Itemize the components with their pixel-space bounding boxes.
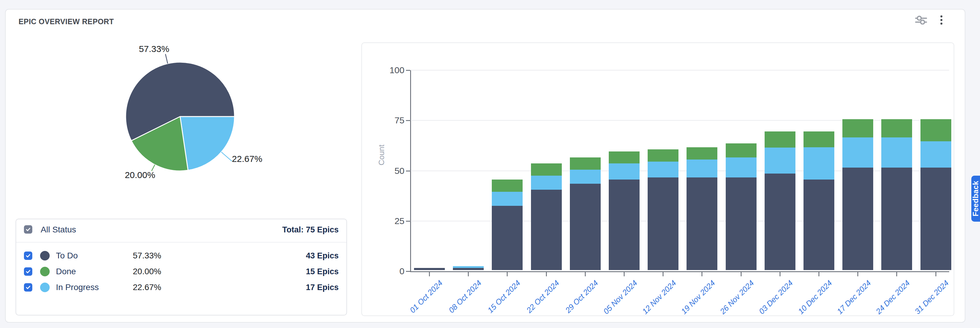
bar-segment-in-progress[interactable] xyxy=(803,147,834,179)
x-axis-date-label: 19 Nov 2024 xyxy=(679,279,717,316)
bar-column-24-dec-2024[interactable] xyxy=(881,119,912,270)
bar-segment-in-progress[interactable] xyxy=(453,266,484,268)
bar-segment-to-do[interactable] xyxy=(803,179,834,270)
total-epics-label: Total: 75 Epics xyxy=(282,219,339,240)
pie-slice-in-progress[interactable] xyxy=(180,117,234,170)
bar-segment-done[interactable] xyxy=(570,157,601,170)
bar-segment-done[interactable] xyxy=(531,163,562,175)
x-axis-date-label: 05 Nov 2024 xyxy=(601,279,639,316)
more-menu-kebab-icon[interactable] xyxy=(940,15,943,25)
bar-column-03-dec-2024[interactable] xyxy=(765,132,795,270)
legend-row-checkbox[interactable] xyxy=(24,252,32,260)
bar-segment-in-progress[interactable] xyxy=(492,192,523,206)
bar-column-22-oct-2024[interactable] xyxy=(531,163,562,270)
y-axis-title: Count xyxy=(377,144,386,165)
bar-segment-in-progress[interactable] xyxy=(842,138,873,168)
x-axis-date-label: 10 Dec 2024 xyxy=(796,279,834,316)
y-axis-tick-label: 75 xyxy=(365,115,404,125)
legend-row-done[interactable]: Done20.00%15 Epics xyxy=(16,263,347,280)
bar-column-15-oct-2024[interactable] xyxy=(492,179,523,270)
status-color-dot xyxy=(40,283,50,292)
x-axis-date-label: 03 Dec 2024 xyxy=(757,279,795,316)
bar-segment-to-do[interactable] xyxy=(881,168,912,270)
bar-segment-to-do[interactable] xyxy=(531,190,562,270)
bar-segment-done[interactable] xyxy=(921,119,951,141)
legend-row-count: 17 Epics xyxy=(306,279,339,296)
bar-segment-in-progress[interactable] xyxy=(609,163,640,179)
bar-column-19-nov-2024[interactable] xyxy=(687,147,718,270)
bar-column-26-nov-2024[interactable] xyxy=(726,143,757,270)
bar-column-01-oct-2024[interactable] xyxy=(414,268,445,270)
bar-segment-done[interactable] xyxy=(842,119,873,138)
legend-divider xyxy=(16,242,347,242)
bar-segment-to-do[interactable] xyxy=(842,168,873,270)
bar-segment-to-do[interactable] xyxy=(726,177,757,270)
bar-segment-in-progress[interactable] xyxy=(881,138,912,168)
x-axis-date-label: 08 Oct 2024 xyxy=(447,279,484,315)
y-axis-tick-label: 25 xyxy=(365,216,404,226)
legend-row-percent: 57.33% xyxy=(133,247,161,264)
legend-row-count: 15 Epics xyxy=(306,263,339,280)
bar-segment-to-do[interactable] xyxy=(492,206,523,270)
legend-row-to-do[interactable]: To Do57.33%43 Epics xyxy=(16,247,347,264)
bar-segment-to-do[interactable] xyxy=(609,179,640,270)
bar-segment-done[interactable] xyxy=(687,147,718,159)
bar-segment-done[interactable] xyxy=(803,132,834,147)
x-axis-date-label: 24 Dec 2024 xyxy=(874,279,912,316)
filter-settings-icon[interactable] xyxy=(915,16,927,24)
bar-segment-in-progress[interactable] xyxy=(648,162,678,178)
bar-segment-in-progress[interactable] xyxy=(531,176,562,190)
bar-segment-done[interactable] xyxy=(726,143,757,157)
all-status-checkbox[interactable] xyxy=(24,225,32,234)
bar-segment-in-progress[interactable] xyxy=(921,141,951,168)
status-pie-chart: 22.67%20.00%57.33% xyxy=(90,30,282,198)
bar-column-31-dec-2024[interactable] xyxy=(921,119,951,270)
bar-column-29-oct-2024[interactable] xyxy=(570,157,601,270)
y-axis-tick-mark xyxy=(406,70,410,71)
x-axis-tick-mark xyxy=(858,272,858,276)
feedback-button-label: Feedback xyxy=(971,181,980,216)
bar-segment-to-do[interactable] xyxy=(921,168,951,270)
bar-segment-to-do[interactable] xyxy=(648,177,678,270)
bar-segment-done[interactable] xyxy=(648,149,678,161)
x-axis-tick-mark xyxy=(663,272,663,276)
x-axis-tick-mark xyxy=(741,272,741,276)
y-axis-tick-label: 0 xyxy=(365,266,404,276)
bar-segment-to-do[interactable] xyxy=(453,268,484,270)
x-axis-tick-mark xyxy=(935,272,936,276)
y-axis-tick-label: 50 xyxy=(365,166,404,176)
legend-row-checkbox[interactable] xyxy=(24,283,32,292)
bar-segment-done[interactable] xyxy=(881,119,912,138)
x-axis-tick-mark xyxy=(896,272,897,276)
bar-segment-in-progress[interactable] xyxy=(687,160,718,178)
epic-overview-report-page: EPIC OVERVIEW REPORT 22. xyxy=(0,0,980,328)
status-color-dot xyxy=(40,267,50,276)
bar-column-17-dec-2024[interactable] xyxy=(842,119,873,270)
bar-segment-in-progress[interactable] xyxy=(765,147,795,174)
x-axis-date-label: 12 Nov 2024 xyxy=(640,279,678,316)
report-title: EPIC OVERVIEW REPORT xyxy=(19,17,114,26)
bar-column-08-oct-2024[interactable] xyxy=(453,266,484,270)
y-axis-tick-mark xyxy=(406,171,410,171)
bar-segment-to-do[interactable] xyxy=(570,184,601,270)
bar-segment-to-do[interactable] xyxy=(414,268,445,270)
bar-column-12-nov-2024[interactable] xyxy=(648,149,678,270)
report-toolbar xyxy=(915,15,943,25)
x-axis-tick-mark xyxy=(702,272,702,276)
legend-row-checkbox[interactable] xyxy=(24,267,32,276)
y-axis-tick-mark xyxy=(406,120,410,121)
bar-segment-done[interactable] xyxy=(765,132,795,147)
bar-segment-in-progress[interactable] xyxy=(570,170,601,184)
x-axis-tick-mark xyxy=(468,272,469,276)
y-axis-line xyxy=(410,70,411,272)
bar-segment-done[interactable] xyxy=(609,151,640,163)
bar-segment-done[interactable] xyxy=(492,179,523,192)
x-axis-tick-mark xyxy=(624,272,625,276)
bar-segment-in-progress[interactable] xyxy=(726,157,757,177)
feedback-button[interactable]: Feedback xyxy=(971,176,980,222)
legend-row-in-progress[interactable]: In Progress22.67%17 Epics xyxy=(16,279,347,296)
bar-column-10-dec-2024[interactable] xyxy=(803,132,834,270)
bar-segment-to-do[interactable] xyxy=(687,177,718,270)
bar-segment-to-do[interactable] xyxy=(765,174,795,270)
bar-column-05-nov-2024[interactable] xyxy=(609,151,640,270)
